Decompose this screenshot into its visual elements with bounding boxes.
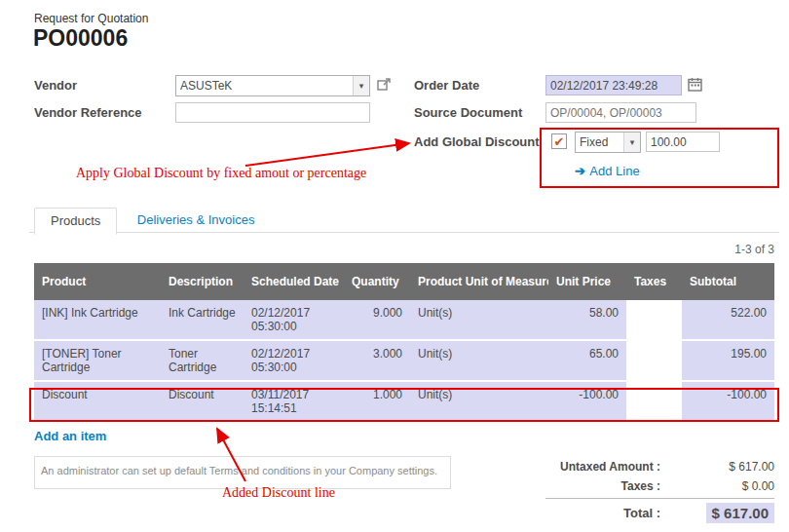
vendor-label: Vendor — [34, 78, 77, 93]
cell-quantity[interactable]: 9.000 — [344, 300, 410, 340]
chevron-down-icon[interactable]: ▾ — [353, 76, 369, 95]
arrow-to-global-discount — [245, 143, 409, 166]
doc-type-label: Request for Quotation — [34, 12, 148, 25]
cell-product[interactable]: [INK] Ink Cartridge — [34, 300, 161, 340]
order-date-input[interactable] — [545, 75, 682, 95]
cell-quantity[interactable]: 1.000 — [344, 381, 410, 422]
vendor-select[interactable]: ASUSTeK ▾ — [175, 75, 370, 96]
tab-deliveries-invoices[interactable]: Deliveries & Invoices — [122, 208, 271, 232]
taxes-label: Taxes : — [545, 479, 660, 493]
cell-unit-price[interactable]: 58.00 — [548, 300, 626, 340]
untaxed-amount-label: Untaxed Amount : — [545, 460, 660, 474]
col-product: Product — [34, 263, 161, 300]
chevron-down-icon[interactable]: ▾ — [623, 133, 640, 152]
cell-uom[interactable]: Unit(s) — [410, 381, 548, 422]
col-unit-price: Unit Price — [548, 263, 626, 300]
cell-description[interactable]: Ink Cartridge — [161, 300, 244, 340]
col-quantity: Quantity — [344, 263, 410, 300]
cell-subtotal[interactable]: 195.00 — [682, 340, 774, 381]
table-row[interactable]: [TONER] Toner Cartridge Toner Cartridge … — [34, 340, 774, 381]
total-value: $ 617.00 — [706, 503, 774, 523]
calendar-icon[interactable] — [688, 77, 702, 92]
cell-scheduled-date[interactable]: 02/12/2017 05:30:00 — [244, 300, 344, 340]
discount-type-select[interactable]: Fixed ▾ — [575, 132, 641, 153]
total-row: Total : $ 617.00 — [545, 505, 774, 521]
col-taxes: Taxes — [626, 263, 682, 300]
untaxed-amount-value: $ 617.00 — [660, 460, 774, 474]
cell-taxes[interactable] — [626, 381, 682, 422]
external-link-icon[interactable] — [376, 77, 392, 93]
add-line-arrow-icon: ➔ — [575, 164, 585, 178]
table-row-discount[interactable]: Discount Discount 03/11/2017 15:14:51 1.… — [34, 381, 774, 422]
terms-conditions-field[interactable]: An administrator can set up default Term… — [34, 456, 451, 489]
vendor-select-value: ASUSTeK — [176, 79, 353, 93]
cell-product[interactable]: Discount — [34, 381, 161, 422]
cell-uom[interactable]: Unit(s) — [410, 340, 548, 381]
rfq-form-page: Request for Quotation PO00006 Vendor ASU… — [0, 0, 789, 532]
cell-scheduled-date[interactable]: 03/11/2017 15:14:51 — [244, 381, 344, 422]
table-row[interactable]: [INK] Ink Cartridge Ink Cartridge 02/12/… — [34, 300, 774, 340]
source-document-label: Source Document — [414, 105, 522, 120]
annotation-global-discount-note: Apply Global Discount by fixed amout or … — [76, 166, 366, 181]
col-uom: Product Unit of Measure — [410, 263, 548, 300]
untaxed-amount-row: Untaxed Amount : $ 617.00 — [545, 460, 774, 474]
col-subtotal: Subtotal — [682, 263, 774, 300]
cell-subtotal[interactable]: 522.00 — [682, 300, 774, 340]
vendor-reference-label: Vendor Reference — [34, 105, 142, 120]
cell-description[interactable]: Discount — [161, 381, 244, 422]
cell-scheduled-date[interactable]: 02/12/2017 05:30:00 — [244, 340, 344, 381]
col-description: Description — [161, 263, 244, 300]
pager-text: 1-3 of 3 — [734, 243, 774, 256]
order-date-label: Order Date — [414, 78, 479, 93]
cell-product[interactable]: [TONER] Toner Cartridge — [34, 340, 161, 381]
discount-amount-input[interactable] — [646, 132, 720, 152]
cell-unit-price[interactable]: 65.00 — [548, 340, 626, 381]
add-line-label: Add Line — [589, 164, 639, 178]
cell-taxes[interactable] — [626, 340, 682, 381]
cell-uom[interactable]: Unit(s) — [410, 300, 548, 340]
source-document-input[interactable] — [545, 102, 696, 123]
tab-bar: Products Deliveries & Invoices — [29, 207, 779, 233]
cell-subtotal[interactable]: -100.00 — [682, 381, 774, 422]
col-scheduled-date: Scheduled Date — [244, 263, 344, 300]
table-header-row: Product Description Scheduled Date Quant… — [34, 263, 774, 300]
cell-description[interactable]: Toner Cartridge — [161, 340, 244, 381]
global-discount-label: Add Global Discount — [414, 134, 540, 149]
global-discount-checkbox[interactable]: ✔ — [551, 133, 567, 149]
total-label: Total : — [545, 506, 660, 520]
order-lines-table: Product Description Scheduled Date Quant… — [34, 263, 774, 423]
page-title: PO00006 — [33, 25, 128, 52]
totals-divider — [545, 498, 774, 499]
cell-unit-price[interactable]: -100.00 — [548, 381, 626, 422]
add-line-link[interactable]: ➔ Add Line — [575, 162, 640, 179]
vendor-reference-input[interactable] — [175, 102, 370, 123]
add-an-item-link[interactable]: Add an item — [34, 429, 106, 443]
discount-type-value: Fixed — [576, 135, 623, 149]
cell-taxes[interactable] — [626, 300, 682, 340]
tab-products[interactable]: Products — [34, 208, 117, 235]
cell-quantity[interactable]: 3.000 — [344, 340, 410, 381]
taxes-row: Taxes : $ 0.00 — [545, 479, 774, 493]
taxes-value: $ 0.00 — [660, 479, 774, 493]
